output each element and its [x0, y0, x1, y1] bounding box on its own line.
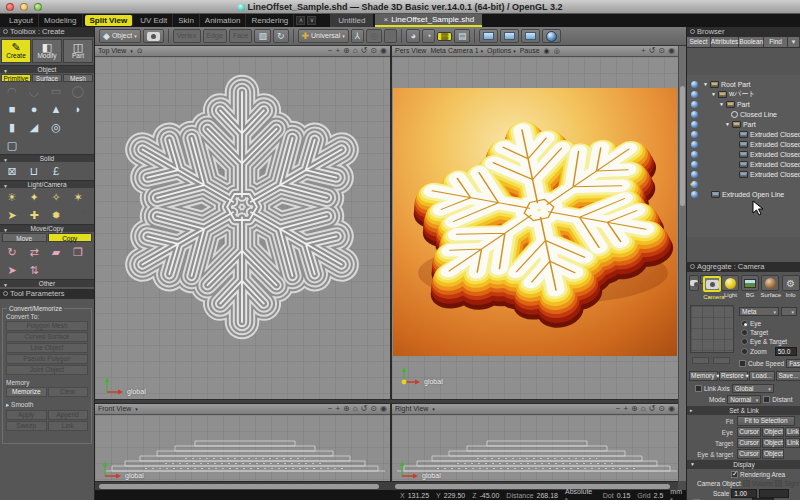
eye-target-cursor-button[interactable]: Cursor	[737, 449, 761, 459]
target-link-button[interactable]: Link	[785, 438, 800, 448]
convert-polygon-mesh-button[interactable]: Polygon Mesh	[6, 321, 88, 331]
solid-mesh-icon[interactable]: ⊠	[2, 163, 22, 179]
select-tool-button[interactable]: ▧	[254, 29, 271, 43]
target-cursor-button[interactable]: Cursor	[737, 438, 761, 448]
arc-tool-icon[interactable]: ◠	[2, 83, 22, 99]
radio-eye[interactable]: Eye	[741, 320, 761, 327]
eye-cursor-button[interactable]: Cursor	[737, 427, 761, 437]
tab-mesh[interactable]: Mesh	[63, 74, 93, 82]
preview-button-right[interactable]	[713, 357, 730, 364]
tree-item-closed-line[interactable]: Closed Line	[731, 109, 777, 119]
cube-speed-checkbox[interactable]	[739, 360, 746, 367]
hemisphere-primitive-icon[interactable]: ◗	[68, 101, 88, 117]
wedge-primitive-icon[interactable]: ◢	[24, 119, 44, 135]
expander-icon[interactable]: ▼	[711, 91, 716, 97]
universal-manipulator-button[interactable]: ✚Universal▾	[298, 29, 349, 43]
sight-checkbox[interactable]	[775, 480, 782, 487]
pers-view-label[interactable]: Pers View	[395, 46, 426, 56]
view-settings-icon[interactable]: ⊙	[137, 46, 143, 56]
sun-light-icon[interactable]: ☀	[2, 189, 22, 205]
lamp-tool-button[interactable]: ◌	[384, 29, 397, 43]
zoom-in-icon[interactable]: +	[335, 404, 340, 414]
smooth-sweep-button[interactable]: Sweep	[6, 421, 47, 431]
view-menu-icon[interactable]: ◉	[380, 404, 387, 414]
radio-icon[interactable]	[741, 320, 748, 327]
right-view-label[interactable]: Right View	[395, 404, 428, 414]
visibility-toggle[interactable]	[691, 161, 698, 168]
tree-item-extruded-closed[interactable]: Extruded Closed	[739, 159, 800, 169]
radio-zoom[interactable]: Zoom 50.0	[741, 347, 797, 356]
right-viewport[interactable]: global	[392, 415, 678, 481]
radio-target[interactable]: Target	[741, 329, 768, 336]
section-solid[interactable]: ▼Solid	[0, 154, 94, 162]
panel-collapse-icon[interactable]	[690, 29, 695, 34]
section-move-copy[interactable]: ▼Move/Copy	[0, 224, 94, 232]
aggregate-camera-header[interactable]: Aggregate : Camera	[687, 262, 800, 272]
aggregate-tab-bg[interactable]: BG	[741, 275, 760, 298]
workspace-prev-icon[interactable]: ∧	[296, 16, 305, 25]
link-axis-checkbox[interactable]	[695, 385, 702, 392]
view-select-caret-icon[interactable]: ▾	[135, 404, 138, 414]
torus-primitive-icon[interactable]: ◎	[46, 119, 66, 135]
workspace-tab-layout[interactable]: Layout	[4, 14, 39, 27]
zoom-in-icon[interactable]: +	[623, 404, 628, 414]
workspace-tab-animation[interactable]: Animation	[200, 14, 247, 27]
mode-select[interactable]: Normal▾	[727, 395, 761, 404]
view-menu-icon[interactable]: ◉	[668, 404, 675, 414]
tool-parameters-header[interactable]: Tool Parameters	[0, 289, 94, 299]
load-button[interactable]: Load...	[749, 371, 775, 381]
scale-transform-icon[interactable]: ⇅	[24, 262, 44, 278]
face-mode-button[interactable]: Face	[229, 29, 253, 43]
aggregate-mini-camera-icon[interactable]	[688, 275, 699, 291]
translate-transform-icon[interactable]: ▰	[46, 244, 66, 260]
tree-item-extruded-open-line[interactable]: Extruded Open Line	[711, 189, 784, 199]
shear-transform-icon[interactable]: ➤	[2, 262, 22, 278]
distant-checkbox[interactable]	[763, 396, 770, 403]
close-tab-icon[interactable]: ×	[383, 15, 388, 24]
tree-item-extruded-closed[interactable]: Extruded Closed	[739, 149, 800, 159]
solid-text-icon[interactable]: £	[46, 163, 66, 179]
fit-to-selection-button[interactable]: Fit to Selection	[737, 416, 795, 426]
section-object[interactable]: ▼Object	[0, 65, 94, 73]
zoom-value-field[interactable]: 50.0	[775, 347, 797, 356]
eye-link-button[interactable]: Link	[785, 427, 800, 437]
tree-item-root-part[interactable]: ▼Root Part	[703, 79, 751, 89]
magnet-tool-button[interactable]: ◎	[366, 29, 382, 43]
area-light-icon[interactable]: ✶	[68, 189, 88, 205]
camera-create-icon[interactable]	[68, 207, 88, 223]
pan-icon[interactable]: ⌂	[641, 404, 646, 414]
smooth-append-button[interactable]: Append	[48, 410, 89, 420]
aggregate-tab-camera[interactable]: Camera	[700, 275, 720, 284]
visibility-toggle[interactable]	[691, 151, 698, 158]
visibility-toggle[interactable]	[691, 191, 698, 198]
cube-speed-select[interactable]: Fast	[786, 359, 800, 368]
camera-preview[interactable]	[690, 305, 734, 353]
preview-quality-icon[interactable]: ◉	[544, 46, 550, 56]
workspace-tab-rendering[interactable]: Rendering	[246, 14, 294, 27]
zoom-in-icon[interactable]: +	[335, 46, 340, 56]
expander-icon[interactable]: ▼	[719, 101, 724, 107]
front-viewport-button[interactable]	[479, 29, 498, 43]
unit-select[interactable]: mm ▾	[670, 488, 686, 500]
coord-mode-select[interactable]: Absolute ▾	[565, 488, 596, 500]
magnify-icon[interactable]: ⊙	[370, 404, 377, 414]
cylinder-primitive-icon[interactable]: ▮	[2, 119, 22, 135]
tree-item-part[interactable]: ▼Part	[719, 99, 750, 109]
section-display[interactable]: ▼Display	[687, 460, 800, 469]
rotate-view-icon[interactable]: ↺	[361, 46, 368, 56]
preview-mode-icon[interactable]: ◎	[554, 46, 560, 56]
radio-icon[interactable]	[741, 338, 748, 345]
tree-item-extruded-closed[interactable]: Extruded Closed	[739, 169, 800, 179]
browser-header[interactable]: Browser	[687, 27, 800, 37]
top-viewport-button[interactable]	[521, 29, 540, 43]
scale-field[interactable]: 1.00	[731, 489, 757, 498]
panel-collapse-icon[interactable]	[3, 29, 8, 34]
visibility-toggle[interactable]	[691, 121, 698, 128]
smooth-apply-button[interactable]: Apply	[6, 410, 47, 420]
options-menu[interactable]: Options ▾	[487, 46, 516, 56]
globe-display-button[interactable]: ◕	[406, 29, 419, 43]
wire-display-button[interactable]: ◔	[422, 29, 435, 43]
eye-target-object-button[interactable]: Object	[762, 449, 784, 459]
flood-light-icon[interactable]: ➤	[2, 207, 22, 223]
rotate-view-button[interactable]: ↻	[273, 29, 289, 43]
